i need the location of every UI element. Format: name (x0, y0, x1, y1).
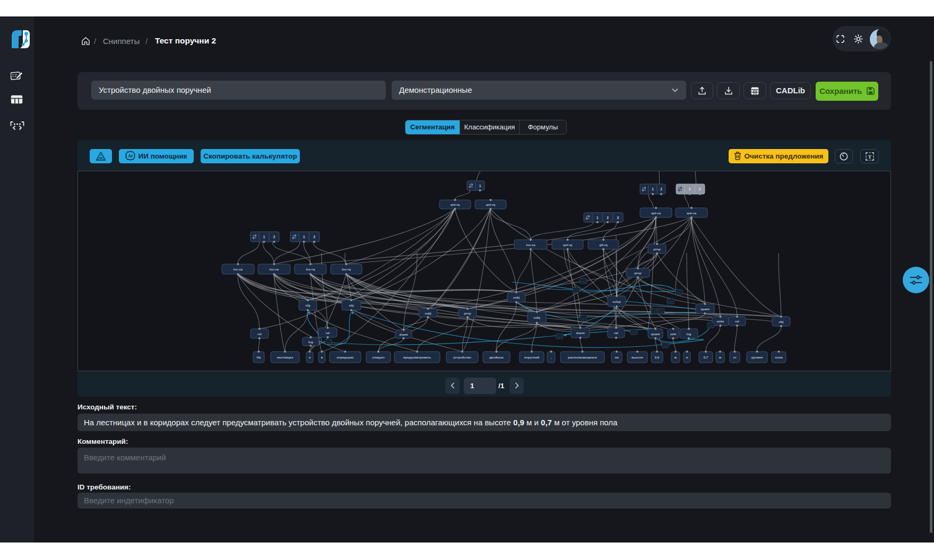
svg-text:AI: AI (128, 153, 133, 159)
svg-text:qnt-rq: qnt-rq (563, 243, 573, 247)
svg-text:qnt-ca: qnt-ca (687, 212, 697, 215)
svg-text:от: от (733, 356, 737, 359)
svg-text:loc-ca: loc-ca (233, 268, 243, 271)
svg-text:лестницах: лестницах (276, 356, 293, 359)
svg-text:loc-rq: loc-rq (306, 268, 315, 271)
svg-text:colsp: colsp (612, 300, 621, 303)
svg-text:...: ... (678, 291, 680, 294)
svg-text:пола: пола (775, 356, 783, 359)
svg-text:1: 1 (689, 187, 691, 191)
svg-text:subj: subj (425, 312, 431, 315)
svg-text:obj: obj (349, 304, 354, 307)
svg-text:...: ... (653, 310, 656, 313)
svg-text:rel: rel (257, 332, 262, 336)
svg-text:rel: rel (326, 331, 330, 335)
svg-text:dsent: dsent (399, 333, 408, 336)
svg-text:...: ... (558, 335, 561, 338)
svg-text:...: ... (710, 323, 712, 327)
svg-text:1: 1 (263, 235, 265, 239)
svg-text:log: log (687, 332, 691, 336)
svg-text:располагающихся: располагающихся (568, 356, 597, 359)
svg-text:2: 2 (660, 187, 662, 191)
svg-text:...: ... (660, 310, 662, 313)
svg-text:qnt-rq: qnt-rq (486, 203, 496, 206)
svg-text:...: ... (664, 344, 667, 347)
svg-text:1: 1 (596, 216, 599, 220)
svg-text:qlt-rq: qlt-rq (599, 243, 608, 247)
svg-text:и: и (686, 356, 688, 359)
svg-text:T: T (868, 154, 871, 160)
svg-text:поручней: поручней (524, 356, 540, 359)
svg-text:2: 2 (699, 187, 701, 191)
svg-text:loc-rq: loc-rq (342, 268, 351, 271)
svg-text:...: ... (582, 279, 585, 283)
svg-text:На: На (257, 356, 261, 359)
svg-text:...: ... (327, 340, 330, 343)
svg-text:prop: prop (653, 248, 661, 251)
svg-text:1: 1 (479, 184, 481, 188)
svg-text:и: и (309, 356, 311, 359)
svg-text:unit: unit (670, 332, 676, 336)
svg-text:rel: rel (735, 320, 739, 323)
svg-text:2: 2 (273, 235, 275, 239)
svg-text:1: 1 (303, 235, 305, 239)
svg-text:qnt-ca: qnt-ca (651, 212, 661, 215)
svg-text:0,7: 0,7 (704, 356, 708, 359)
svg-text:loc-ca: loc-ca (526, 243, 535, 247)
svg-text:предусматривать: предусматривать (403, 356, 431, 359)
svg-text:1: 1 (652, 187, 654, 191)
svg-text:высоте: высоте (632, 356, 644, 359)
svg-text:следует: следует (372, 356, 385, 359)
svg-text:устройство: устройство (453, 356, 471, 359)
svg-text:...: ... (582, 316, 585, 319)
svg-text:quant: quant (651, 332, 660, 336)
svg-text:prop: prop (464, 312, 471, 315)
svg-text:dsent: dsent (576, 331, 584, 335)
svg-text:subj: subj (533, 316, 540, 319)
svg-text:obj: obj (306, 304, 310, 307)
svg-text:...: ... (575, 288, 577, 292)
svg-text:в: в (321, 356, 323, 359)
svg-text:loc-ca: loc-ca (270, 268, 279, 271)
svg-text:units: units (716, 320, 724, 323)
svg-text:subj: subj (513, 296, 520, 299)
svg-text:уровня: уровня (751, 356, 763, 359)
svg-text:log: log (308, 340, 313, 344)
svg-text:2: 2 (607, 216, 609, 220)
svg-text:двойных: двойных (489, 356, 504, 359)
svg-text:rel: rel (614, 331, 618, 335)
svg-text:м: м (674, 356, 677, 359)
svg-text:на: на (615, 356, 619, 359)
svg-text:...: ... (633, 330, 635, 334)
svg-text:м: м (719, 356, 722, 359)
svg-text:prop: prop (634, 272, 642, 275)
svg-text:qnt-rq: qnt-rq (451, 203, 460, 206)
svg-text:0,9: 0,9 (655, 356, 660, 359)
svg-text:obj: obj (779, 320, 784, 323)
svg-text:...: ... (669, 300, 672, 303)
svg-text:2: 2 (313, 235, 315, 239)
svg-text:quant: quant (700, 308, 709, 311)
svg-text:3: 3 (617, 216, 619, 220)
svg-text:коридорах: коридорах (337, 356, 354, 359)
